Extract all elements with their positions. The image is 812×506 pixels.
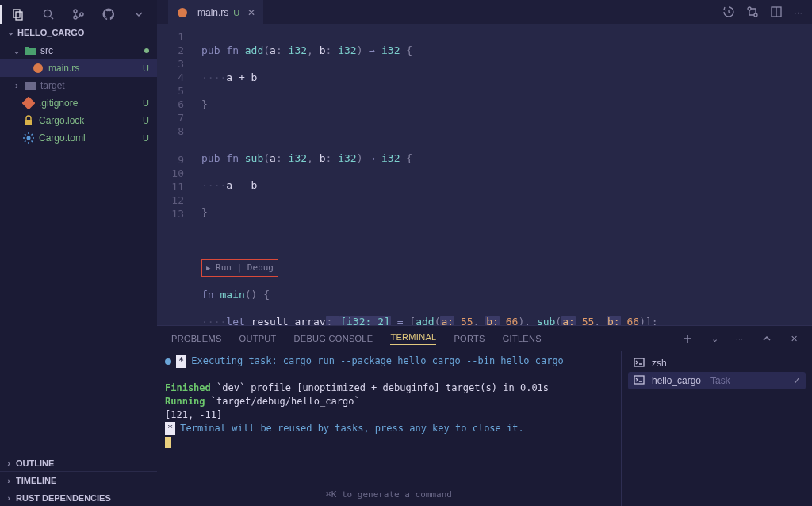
panel-tab-output[interactable]: OUTPUT xyxy=(239,334,277,343)
svg-rect-19 xyxy=(634,376,644,384)
tab-filename: main.rs xyxy=(197,7,228,18)
svg-line-3 xyxy=(51,17,53,19)
explorer-header[interactable]: ⌄ HELLO_CARGO xyxy=(0,24,157,40)
chevron-down-icon: ⌄ xyxy=(11,45,22,56)
chevron-down-icon: ⌄ xyxy=(5,27,16,37)
close-tab-icon[interactable]: ✕ xyxy=(247,7,255,18)
svg-point-12 xyxy=(748,7,751,10)
source-control-icon[interactable] xyxy=(70,6,87,23)
rust-file-icon xyxy=(32,62,44,75)
svg-point-7 xyxy=(33,63,43,73)
svg-point-13 xyxy=(754,13,757,17)
check-icon: ✓ xyxy=(793,375,801,386)
tree-label: Cargo.toml xyxy=(39,132,86,144)
new-terminal-icon[interactable] xyxy=(681,332,694,345)
svg-rect-1 xyxy=(16,12,22,20)
svg-rect-8 xyxy=(22,97,35,109)
code-editor[interactable]: pub fn add(a: i32, b: i32) → i32 { ····a… xyxy=(195,24,812,325)
more-icon[interactable]: ··· xyxy=(736,334,743,343)
rust-deps-section[interactable]: ›RUST DEPENDENCIES xyxy=(0,489,157,506)
git-file-icon xyxy=(22,97,35,109)
terminal-dropdown-icon[interactable]: ⌄ xyxy=(711,334,718,344)
git-status-badge: U xyxy=(143,116,149,125)
tree-folder-src[interactable]: ⌄ src xyxy=(0,42,157,59)
tree-file-main-rs[interactable]: main.rs U xyxy=(0,59,157,77)
tree-label: .gitignore xyxy=(39,98,78,109)
split-editor-icon[interactable] xyxy=(770,6,783,18)
git-status-badge: U xyxy=(233,8,239,17)
git-status-badge: U xyxy=(143,63,149,73)
terminal-list-zsh[interactable]: zsh xyxy=(628,355,806,372)
tree-label: Cargo.lock xyxy=(39,115,84,126)
tree-file-cargo-toml[interactable]: Cargo.toml U xyxy=(0,129,157,147)
tree-file-gitignore[interactable]: .gitignore U xyxy=(0,94,157,112)
history-icon[interactable] xyxy=(722,6,735,18)
chevron-down-icon[interactable] xyxy=(130,6,147,23)
line-gutter: 12345678 910111213 xyxy=(157,24,195,325)
tree-file-cargo-lock[interactable]: Cargo.lock U xyxy=(0,112,157,129)
chevron-right-icon: › xyxy=(11,80,22,91)
panel-tab-ports[interactable]: PORTS xyxy=(454,334,485,343)
tree-folder-target[interactable]: › target xyxy=(0,77,157,94)
project-name: HELLO_CARGO xyxy=(17,28,84,37)
terminal-cursor xyxy=(165,437,171,448)
close-panel-icon[interactable]: ✕ xyxy=(791,334,798,344)
terminal-icon xyxy=(633,356,645,371)
svg-rect-0 xyxy=(13,10,20,17)
svg-rect-9 xyxy=(25,120,32,125)
search-icon[interactable] xyxy=(40,6,57,23)
svg-point-10 xyxy=(27,136,31,140)
panel-tab-gitlens[interactable]: GITLENS xyxy=(503,334,542,343)
explorer-icon[interactable] xyxy=(10,6,27,23)
run-debug-codelens[interactable]: ▶ Run | Debug xyxy=(201,259,278,277)
tree-label: target xyxy=(40,80,65,91)
tree-label: main.rs xyxy=(48,63,79,74)
modified-dot-icon xyxy=(144,48,149,53)
svg-rect-18 xyxy=(634,358,644,366)
task-indicator-icon xyxy=(165,358,171,365)
maximize-panel-icon[interactable] xyxy=(760,332,773,345)
gear-file-icon xyxy=(22,132,35,144)
more-icon[interactable]: ··· xyxy=(794,6,802,18)
lock-file-icon xyxy=(22,114,35,127)
svg-point-4 xyxy=(74,10,77,13)
git-status-badge: U xyxy=(143,133,149,143)
editor-tab-main-rs[interactable]: main.rs U ✕ xyxy=(168,0,263,24)
diff-icon[interactable] xyxy=(746,6,759,18)
github-icon[interactable] xyxy=(100,6,117,23)
svg-point-2 xyxy=(44,10,52,17)
terminal-list-hello-cargo[interactable]: hello_cargo Task ✓ xyxy=(628,372,806,389)
folder-icon xyxy=(24,79,36,92)
outline-section[interactable]: ›OUTLINE xyxy=(0,454,157,471)
folder-icon xyxy=(24,44,36,57)
svg-point-5 xyxy=(74,16,77,19)
command-hint: ⌘K to generate a command xyxy=(326,488,452,501)
timeline-section[interactable]: ›TIMELINE xyxy=(0,471,157,489)
panel-tab-debug-console[interactable]: DEBUG CONSOLE xyxy=(294,334,373,343)
git-status-badge: U xyxy=(143,98,149,108)
panel-tab-problems[interactable]: PROBLEMS xyxy=(171,334,222,343)
svg-point-11 xyxy=(178,8,187,17)
tree-label: src xyxy=(40,45,53,56)
rust-file-icon xyxy=(176,6,189,19)
panel-tab-terminal[interactable]: TERMINAL xyxy=(390,332,436,345)
terminal-output[interactable]: *Executing task: cargo run --package hel… xyxy=(157,351,622,506)
terminal-icon xyxy=(633,374,645,389)
